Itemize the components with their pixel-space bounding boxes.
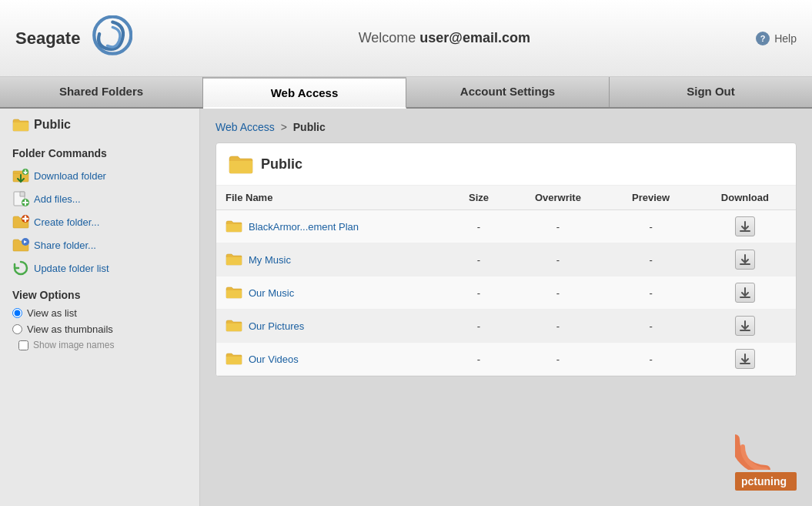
tab-account-settings[interactable]: Account Settings xyxy=(406,77,610,107)
cmd-create-folder-label: Create folder... xyxy=(34,216,99,228)
show-image-names-label: Show image names xyxy=(33,340,114,350)
welcome-area: Welcome user@email.com xyxy=(132,30,756,46)
view-options-title: View Options xyxy=(12,289,187,301)
cmd-update-list-label: Update folder list xyxy=(34,263,109,274)
add-files-icon xyxy=(12,190,29,207)
file-name-cell[interactable]: Our Videos xyxy=(216,343,449,376)
panel-title: Public xyxy=(216,143,796,186)
download-icon xyxy=(739,220,751,233)
file-link[interactable]: My Music xyxy=(249,254,291,266)
sidebar-current-folder: Public xyxy=(12,118,187,132)
file-overwrite: - xyxy=(508,276,607,310)
file-name-cell[interactable]: Our Music xyxy=(216,276,449,310)
breadcrumb-current: Public xyxy=(293,121,326,133)
cmd-add-files[interactable]: Add files... xyxy=(12,190,187,207)
file-link[interactable]: Our Music xyxy=(249,287,294,299)
tab-shared-folders[interactable]: Shared Folders xyxy=(0,77,203,107)
view-thumbnails-radio[interactable] xyxy=(12,324,22,334)
download-icon xyxy=(739,353,751,365)
cmd-create-folder[interactable]: Create folder... xyxy=(12,213,187,230)
nav-tabs: Shared Folders Web Access Account Settin… xyxy=(0,77,812,109)
file-overwrite: - xyxy=(508,243,607,276)
row-folder-icon xyxy=(226,286,242,300)
watermark: pctuning xyxy=(735,427,797,491)
download-folder-icon xyxy=(12,167,29,184)
panel-folder-icon xyxy=(229,154,253,174)
file-browser: Public File Name Size Overwrite Preview … xyxy=(216,142,797,377)
watermark-arc xyxy=(735,427,797,470)
cmd-share-folder-label: Share folder... xyxy=(34,240,96,251)
file-overwrite: - xyxy=(508,210,607,243)
watermark-tuning: tuning xyxy=(754,475,787,488)
tab-sign-out[interactable]: Sign Out xyxy=(610,77,812,107)
help-area: ? Help xyxy=(756,32,797,45)
breadcrumb-root[interactable]: Web Access xyxy=(216,121,275,133)
sidebar-folder-name: Public xyxy=(34,118,71,132)
tab-web-access[interactable]: Web Access xyxy=(203,79,406,109)
view-as-list[interactable]: View as list xyxy=(12,307,187,319)
col-overwrite: Overwrite xyxy=(508,186,607,210)
update-list-icon xyxy=(12,260,29,276)
file-overwrite: - xyxy=(508,310,607,343)
table-row[interactable]: Our Music --- xyxy=(216,276,796,310)
download-button[interactable] xyxy=(735,250,755,270)
cmd-add-files-label: Add files... xyxy=(34,193,81,205)
file-preview: - xyxy=(607,343,693,376)
file-download-cell xyxy=(694,343,796,376)
file-size: - xyxy=(449,310,509,343)
file-preview: - xyxy=(607,210,693,243)
download-button[interactable] xyxy=(735,283,755,303)
view-thumbnails-label: View as thumbnails xyxy=(27,323,113,335)
download-icon xyxy=(739,287,751,299)
file-name-cell[interactable]: BlackArmor...ement Plan xyxy=(216,210,449,243)
file-overwrite: - xyxy=(508,343,607,376)
file-preview: - xyxy=(607,276,693,310)
file-name-cell[interactable]: My Music xyxy=(216,243,449,276)
welcome-text: Welcome user@email.com xyxy=(359,30,530,45)
watermark-label: pctuning xyxy=(735,472,797,491)
download-button[interactable] xyxy=(735,216,755,236)
file-link[interactable]: Our Pictures xyxy=(249,320,304,332)
help-label[interactable]: Help xyxy=(774,32,797,45)
row-folder-icon xyxy=(226,219,242,233)
file-table: File Name Size Overwrite Preview Downloa… xyxy=(216,186,796,376)
watermark-pc: pc xyxy=(741,475,754,488)
panel-title-text: Public xyxy=(261,156,302,173)
file-preview: - xyxy=(607,310,693,343)
cmd-update-list[interactable]: Update folder list xyxy=(12,260,187,276)
table-row[interactable]: My Music --- xyxy=(216,243,796,276)
file-name-cell[interactable]: Our Pictures xyxy=(216,310,449,343)
seagate-logo-icon xyxy=(86,15,132,62)
file-size: - xyxy=(449,343,509,376)
table-row[interactable]: Our Videos --- xyxy=(216,343,796,376)
col-size: Size xyxy=(449,186,509,210)
table-row[interactable]: BlackArmor...ement Plan --- xyxy=(216,210,796,243)
view-as-thumbnails[interactable]: View as thumbnails xyxy=(12,323,187,335)
file-link[interactable]: BlackArmor...ement Plan xyxy=(249,221,359,233)
show-image-names-checkbox[interactable] xyxy=(18,340,28,350)
col-preview: Preview xyxy=(607,186,693,210)
table-header-row: File Name Size Overwrite Preview Downloa… xyxy=(216,186,796,210)
cmd-download-folder-label: Download folder xyxy=(34,170,106,182)
show-image-names-option[interactable]: Show image names xyxy=(18,340,187,350)
file-size: - xyxy=(449,210,509,243)
share-folder-icon xyxy=(12,236,29,253)
row-folder-icon xyxy=(226,253,242,266)
folder-icon xyxy=(12,118,29,132)
file-link[interactable]: Our Videos xyxy=(249,354,299,365)
download-button[interactable] xyxy=(735,349,755,369)
row-folder-icon xyxy=(226,319,242,333)
logo-text: Seagate xyxy=(15,28,80,49)
col-download: Download xyxy=(694,186,796,210)
file-download-cell xyxy=(694,310,796,343)
download-button[interactable] xyxy=(735,316,755,336)
cmd-download-folder[interactable]: Download folder xyxy=(12,167,187,184)
download-icon xyxy=(739,253,751,266)
help-icon[interactable]: ? xyxy=(756,32,770,45)
view-list-radio[interactable] xyxy=(12,308,22,318)
breadcrumb-separator: > xyxy=(281,121,287,133)
table-row[interactable]: Our Pictures --- xyxy=(216,310,796,343)
file-preview: - xyxy=(607,243,693,276)
col-filename: File Name xyxy=(216,186,449,210)
cmd-share-folder[interactable]: Share folder... xyxy=(12,236,187,253)
